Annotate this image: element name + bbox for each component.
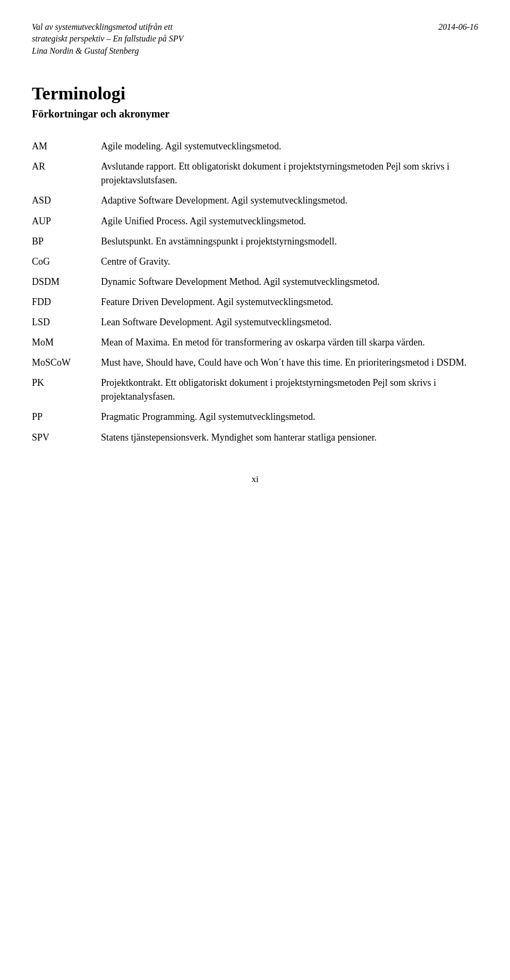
definition-cell: Dynamic Software Development Method. Agi… bbox=[101, 272, 478, 292]
table-row: MoSCoWMust have, Should have, Could have… bbox=[32, 352, 478, 373]
term-cell: DSDM bbox=[32, 272, 101, 292]
term-cell: AR bbox=[32, 156, 101, 190]
term-cell: MoSCoW bbox=[32, 352, 101, 373]
page-number: xi bbox=[32, 474, 478, 485]
definition-cell: Feature Driven Development. Agil systemu… bbox=[101, 292, 478, 312]
table-row: BPBeslutspunkt. En avstämningspunkt i pr… bbox=[32, 231, 478, 251]
definition-cell: Agile modeling. Agil systemutvecklingsme… bbox=[101, 136, 478, 156]
glossary-table: AMAgile modeling. Agil systemutvecklings… bbox=[32, 136, 478, 447]
definition-cell: Centre of Gravity. bbox=[101, 251, 478, 272]
term-cell: AM bbox=[32, 136, 101, 156]
table-row: AMAgile modeling. Agil systemutvecklings… bbox=[32, 136, 478, 156]
table-row: AUPAgile Unified Process. Agil systemutv… bbox=[32, 211, 478, 231]
header-title-line2: strategiskt perspektiv – En fallstudie p… bbox=[32, 33, 183, 45]
table-row: CoGCentre of Gravity. bbox=[32, 251, 478, 272]
header-title-line1: Val av systemutvecklingsmetod utifrån et… bbox=[32, 21, 183, 33]
table-row: DSDMDynamic Software Development Method.… bbox=[32, 272, 478, 292]
definition-cell: Projektkontrakt. Ett obligatoriskt dokum… bbox=[101, 373, 478, 407]
table-row: ARAvslutande rapport. Ett obligatoriskt … bbox=[32, 156, 478, 190]
definition-cell: Agile Unified Process. Agil systemutveck… bbox=[101, 211, 478, 231]
term-cell: AUP bbox=[32, 211, 101, 231]
subsection-title: Förkortningar och akronymer bbox=[32, 108, 478, 120]
term-cell: LSD bbox=[32, 312, 101, 332]
definition-cell: Pragmatic Programming. Agil systemutveck… bbox=[101, 407, 478, 427]
definition-cell: Beslutspunkt. En avstämningspunkt i proj… bbox=[101, 231, 478, 251]
definition-cell: Adaptive Software Development. Agil syst… bbox=[101, 190, 478, 210]
definition-cell: Avslutande rapport. Ett obligatoriskt do… bbox=[101, 156, 478, 190]
header-date: 2014-06-16 bbox=[438, 21, 478, 32]
header-authors: Lina Nordin & Gustaf Stenberg bbox=[32, 45, 183, 57]
term-cell: FDD bbox=[32, 292, 101, 312]
definition-cell: Mean of Maxima. En metod för transformer… bbox=[101, 332, 478, 352]
term-cell: PK bbox=[32, 373, 101, 407]
section-title: Terminologi bbox=[32, 83, 478, 104]
definition-cell: Statens tjänstepensionsverk. Myndighet s… bbox=[101, 427, 478, 447]
term-cell: SPV bbox=[32, 427, 101, 447]
term-cell: PP bbox=[32, 407, 101, 427]
term-cell: ASD bbox=[32, 190, 101, 210]
table-row: PKProjektkontrakt. Ett obligatoriskt dok… bbox=[32, 373, 478, 407]
table-row: LSDLean Software Development. Agil syste… bbox=[32, 312, 478, 332]
page-header: Val av systemutvecklingsmetod utifrån et… bbox=[32, 21, 478, 57]
term-cell: BP bbox=[32, 231, 101, 251]
table-row: FDDFeature Driven Development. Agil syst… bbox=[32, 292, 478, 312]
term-cell: MoM bbox=[32, 332, 101, 352]
table-row: ASDAdaptive Software Development. Agil s… bbox=[32, 190, 478, 210]
definition-cell: Must have, Should have, Could have och W… bbox=[101, 352, 478, 373]
term-cell: CoG bbox=[32, 251, 101, 272]
header-title: Val av systemutvecklingsmetod utifrån et… bbox=[32, 21, 183, 57]
definition-cell: Lean Software Development. Agil systemut… bbox=[101, 312, 478, 332]
table-row: SPVStatens tjänstepensionsverk. Myndighe… bbox=[32, 427, 478, 447]
table-row: PPPragmatic Programming. Agil systemutve… bbox=[32, 407, 478, 427]
table-row: MoMMean of Maxima. En metod för transfor… bbox=[32, 332, 478, 352]
